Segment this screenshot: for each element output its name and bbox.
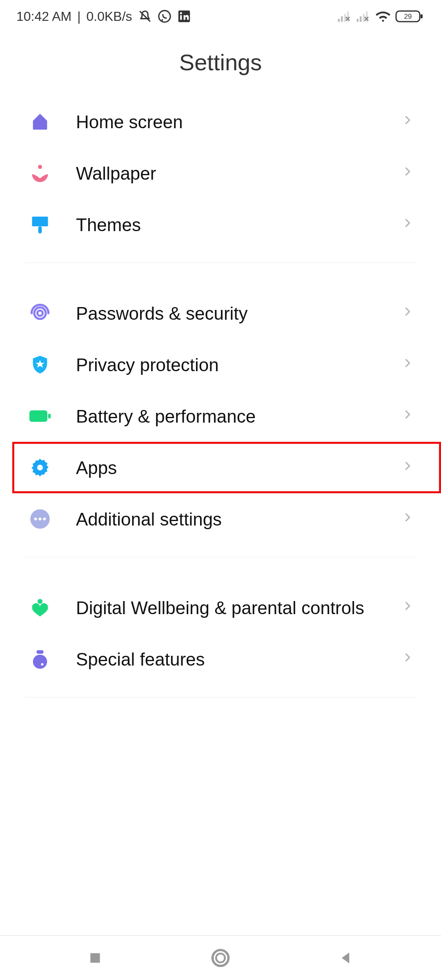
svg-rect-13 <box>421 14 423 18</box>
settings-item-label: Wallpaper <box>76 162 402 185</box>
flask-icon <box>29 648 51 670</box>
settings-item-digital-wellbeing[interactable]: Digital Wellbeing & parental controls <box>0 582 441 633</box>
svg-rect-30 <box>91 953 100 962</box>
svg-rect-20 <box>48 414 51 419</box>
fingerprint-icon <box>29 302 51 325</box>
chevron-right-icon <box>402 600 416 615</box>
svg-point-21 <box>37 465 43 470</box>
status-time: 10:42 AM <box>16 9 71 24</box>
chevron-right-icon <box>402 652 416 666</box>
settings-group: Home screen Wallpaper Themes <box>0 96 441 250</box>
status-bar: 10:42 AM | 0.0KB/s 29 <box>0 0 441 33</box>
chevron-right-icon <box>402 306 416 321</box>
svg-point-0 <box>158 11 170 22</box>
svg-rect-8 <box>357 19 359 22</box>
settings-list[interactable]: Home screen Wallpaper Themes <box>0 96 441 935</box>
status-data-rate: 0.0KB/s <box>87 9 132 24</box>
svg-point-31 <box>212 950 228 966</box>
settings-item-themes[interactable]: Themes <box>0 199 441 250</box>
page-title: Settings <box>0 49 441 76</box>
group-divider <box>24 557 416 557</box>
battery-level-text: 29 <box>404 13 412 20</box>
chevron-right-icon <box>402 512 416 526</box>
settings-item-label: Passwords & security <box>76 302 402 325</box>
dnd-mute-icon <box>138 9 152 23</box>
settings-item-label: Special features <box>76 648 402 670</box>
settings-group: Passwords & security Privacy protection … <box>0 287 441 545</box>
svg-point-26 <box>38 599 42 604</box>
svg-point-3 <box>180 12 182 14</box>
battery-icon: 29 <box>395 9 425 23</box>
settings-item-label: Additional settings <box>76 508 402 530</box>
svg-point-24 <box>39 518 42 521</box>
svg-rect-5 <box>341 16 343 22</box>
nav-recent-apps-button[interactable] <box>83 946 107 970</box>
signal-no-sim-1-icon <box>337 10 352 22</box>
chevron-right-icon <box>402 460 416 475</box>
nav-home-button[interactable] <box>208 946 233 970</box>
svg-point-23 <box>34 518 37 521</box>
svg-rect-10 <box>363 14 365 22</box>
status-separator: | <box>77 9 80 24</box>
settings-item-label: Apps <box>76 457 402 479</box>
svg-rect-4 <box>338 19 340 22</box>
whatsapp-icon <box>158 9 172 23</box>
settings-item-label: Battery & performance <box>76 405 402 428</box>
svg-rect-15 <box>32 217 48 227</box>
more-horizontal-icon <box>29 508 51 530</box>
settings-item-home-screen[interactable]: Home screen <box>0 96 441 147</box>
linkedin-icon <box>177 9 191 23</box>
navigation-bar <box>0 935 441 980</box>
svg-point-25 <box>43 518 46 521</box>
chevron-right-icon <box>402 166 416 180</box>
chevron-right-icon <box>402 409 416 423</box>
settings-item-label: Home screen <box>76 111 402 133</box>
status-bar-right: 29 <box>337 9 425 23</box>
group-divider <box>24 263 416 263</box>
svg-rect-19 <box>29 410 47 422</box>
settings-item-special-features[interactable]: Special features <box>0 633 441 685</box>
heart-person-icon <box>29 596 51 619</box>
settings-item-label: Themes <box>76 214 402 236</box>
svg-point-28 <box>33 655 47 669</box>
status-bar-left: 10:42 AM | 0.0KB/s <box>16 9 191 24</box>
settings-item-passwords-security[interactable]: Passwords & security <box>0 287 441 339</box>
svg-rect-6 <box>344 14 346 22</box>
settings-item-battery-performance[interactable]: Battery & performance <box>0 390 441 442</box>
svg-point-17 <box>38 311 43 316</box>
chevron-right-icon <box>402 357 416 372</box>
svg-point-29 <box>41 663 43 666</box>
settings-item-additional-settings[interactable]: Additional settings <box>0 493 441 545</box>
svg-rect-27 <box>36 650 43 654</box>
settings-item-wallpaper[interactable]: Wallpaper <box>0 147 441 199</box>
svg-point-14 <box>38 165 42 169</box>
svg-rect-16 <box>38 226 42 233</box>
home-icon <box>29 110 51 133</box>
nav-back-button[interactable] <box>334 946 358 970</box>
chevron-right-icon <box>402 217 416 232</box>
settings-group: Digital Wellbeing & parental controls Sp… <box>0 582 441 685</box>
svg-point-32 <box>216 953 225 962</box>
settings-item-apps[interactable]: Apps <box>12 442 441 493</box>
wifi-icon <box>375 10 391 22</box>
settings-item-label: Digital Wellbeing & parental controls <box>76 597 402 619</box>
settings-item-label: Privacy protection <box>76 354 402 376</box>
battery-icon <box>29 405 51 428</box>
group-divider <box>24 697 416 697</box>
brush-icon <box>29 213 51 236</box>
page-header: Settings <box>0 33 441 96</box>
svg-rect-9 <box>360 16 362 22</box>
flower-icon <box>29 162 51 185</box>
svg-point-18 <box>34 307 46 319</box>
gear-icon <box>29 456 51 479</box>
svg-rect-2 <box>180 15 182 20</box>
signal-no-sim-2-icon <box>356 10 371 22</box>
settings-item-privacy-protection[interactable]: Privacy protection <box>0 339 441 390</box>
chevron-right-icon <box>402 114 416 129</box>
shield-icon <box>29 353 51 376</box>
